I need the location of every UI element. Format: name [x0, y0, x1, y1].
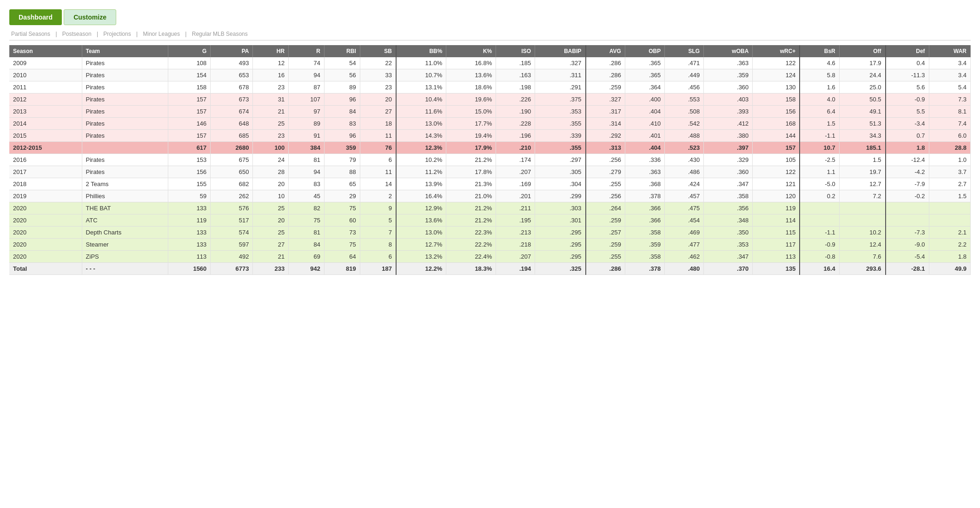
cell-rbi: 56: [324, 69, 360, 81]
cell-pa: 650: [211, 166, 253, 178]
cell-off: 49.1: [839, 106, 885, 118]
cell-pa: 675: [211, 154, 253, 166]
cell-r: 45: [289, 190, 324, 202]
cell-babip: .299: [535, 190, 586, 202]
breadcrumb-projections[interactable]: Projections: [103, 31, 131, 37]
cell-g: 617: [168, 142, 211, 154]
col-pa[interactable]: PA: [211, 45, 253, 57]
cell-hr: 21: [253, 251, 289, 263]
cell-hr: 23: [253, 130, 289, 142]
table-row: 2010Pirates1546531694563310.7%13.6%.163.…: [9, 69, 971, 81]
cell-iso: .185: [496, 57, 535, 69]
breadcrumb-partial[interactable]: Partial Seasons: [11, 31, 50, 37]
cell-bb: 12.9%: [396, 202, 446, 214]
cell-def: 5.5: [886, 106, 929, 118]
cell-iso: .195: [496, 214, 535, 227]
cell-pa: 492: [211, 251, 253, 263]
cell-babip: .295: [535, 239, 586, 251]
cell-bb: 14.3%: [396, 130, 446, 142]
col-avg[interactable]: AVG: [586, 45, 625, 57]
cell-sb: 18: [360, 118, 396, 130]
cell-slg: .486: [665, 166, 704, 178]
cell-iso: .218: [496, 239, 535, 251]
cell-war: [929, 202, 970, 214]
cell-rbi: 96: [324, 130, 360, 142]
col-babip[interactable]: BABIP: [535, 45, 586, 57]
cell-woba: .380: [704, 130, 753, 142]
breadcrumb-postseason[interactable]: Postseason: [62, 31, 92, 37]
cell-war: 49.9: [929, 263, 970, 275]
cell-slg: .469: [665, 227, 704, 239]
cell-avg: .286: [586, 69, 625, 81]
cell-babip: .295: [535, 227, 586, 239]
cell-rbi: 96: [324, 94, 360, 106]
cell-babip: .311: [535, 69, 586, 81]
col-bb[interactable]: BB%: [396, 45, 446, 57]
cell-k: 15.0%: [446, 106, 496, 118]
cell-k: 18.3%: [446, 263, 496, 275]
dashboard-button[interactable]: Dashboard: [9, 9, 62, 25]
cell-wrc: 122: [753, 57, 800, 69]
cell-avg: .256: [586, 154, 625, 166]
cell-team: Pirates: [82, 154, 168, 166]
cell-obp: .410: [625, 118, 664, 130]
breadcrumb-sep2: |: [97, 31, 99, 37]
cell-k: 18.6%: [446, 81, 496, 94]
cell-sb: 2: [360, 190, 396, 202]
col-off[interactable]: Off: [839, 45, 885, 57]
cell-sb: 27: [360, 106, 396, 118]
cell-hr: 28: [253, 166, 289, 178]
cell-wrc: 124: [753, 69, 800, 81]
cell-g: 157: [168, 106, 211, 118]
cell-slg: .462: [665, 251, 704, 263]
table-row: 2009Pirates1084931274542211.0%16.8%.185.…: [9, 57, 971, 69]
breadcrumb-regular[interactable]: Regular MLB Seasons: [192, 31, 248, 37]
cell-obp: .358: [625, 227, 664, 239]
cell-hr: 25: [253, 202, 289, 214]
cell-bsr: [800, 202, 839, 214]
cell-avg: .314: [586, 118, 625, 130]
cell-k: 22.2%: [446, 239, 496, 251]
col-wrc[interactable]: wRC+: [753, 45, 800, 57]
cell-obp: .401: [625, 130, 664, 142]
col-team[interactable]: Team: [82, 45, 168, 57]
col-iso[interactable]: ISO: [496, 45, 535, 57]
cell-sb: 7: [360, 227, 396, 239]
col-g[interactable]: G: [168, 45, 211, 57]
col-k[interactable]: K%: [446, 45, 496, 57]
cell-bsr: [800, 214, 839, 227]
customize-button[interactable]: Customize: [64, 9, 116, 25]
cell-season: 2010: [9, 69, 82, 81]
cell-hr: 12: [253, 57, 289, 69]
col-rbi[interactable]: RBI: [324, 45, 360, 57]
cell-bsr: 5.8: [800, 69, 839, 81]
cell-babip: .325: [535, 263, 586, 275]
breadcrumb-minor[interactable]: Minor Leagues: [143, 31, 180, 37]
cell-babip: .355: [535, 118, 586, 130]
col-season[interactable]: Season: [9, 45, 82, 57]
cell-iso: .196: [496, 130, 535, 142]
cell-pa: 2680: [211, 142, 253, 154]
col-bsr[interactable]: BsR: [800, 45, 839, 57]
cell-bsr: 1.5: [800, 118, 839, 130]
cell-r: 107: [289, 94, 324, 106]
cell-hr: 16: [253, 69, 289, 81]
cell-hr: 25: [253, 118, 289, 130]
breadcrumb-sep1: |: [55, 31, 58, 37]
cell-sb: 9: [360, 202, 396, 214]
cell-war: 7.4: [929, 118, 970, 130]
col-hr[interactable]: HR: [253, 45, 289, 57]
col-war[interactable]: WAR: [929, 45, 970, 57]
col-sb[interactable]: SB: [360, 45, 396, 57]
col-woba[interactable]: wOBA: [704, 45, 753, 57]
cell-team: Pirates: [82, 81, 168, 94]
cell-bsr: 1.6: [800, 81, 839, 94]
col-def[interactable]: Def: [886, 45, 929, 57]
cell-pa: 674: [211, 106, 253, 118]
col-obp[interactable]: OBP: [625, 45, 664, 57]
cell-off: 10.2: [839, 227, 885, 239]
col-slg[interactable]: SLG: [665, 45, 704, 57]
cell-g: 108: [168, 57, 211, 69]
cell-season: 2018: [9, 178, 82, 190]
col-r[interactable]: R: [289, 45, 324, 57]
